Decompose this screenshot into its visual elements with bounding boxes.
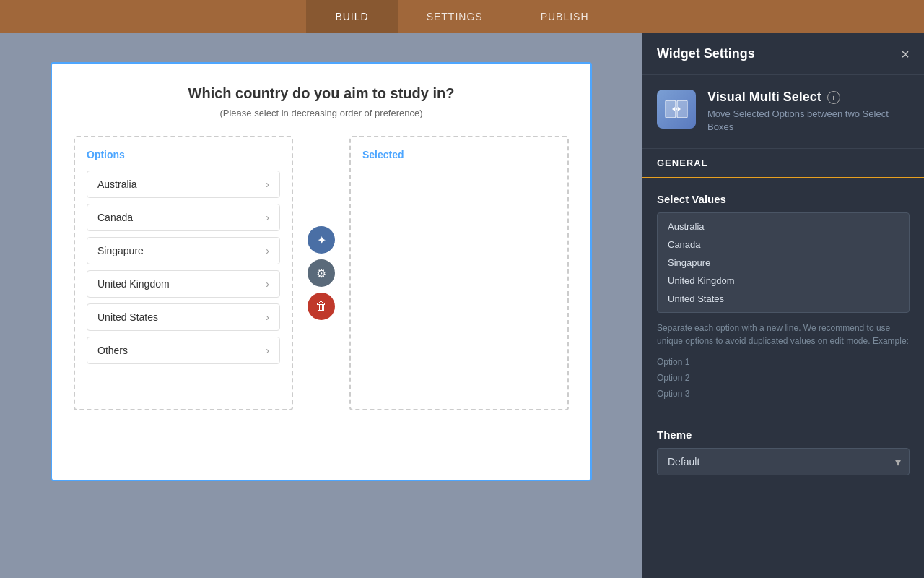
select-option-united-states[interactable]: United States (661, 290, 906, 308)
list-item-label: Others (97, 345, 128, 356)
widget-question-title: Which country do you aim to study in? (74, 85, 569, 102)
panel-content: Select Values Australia Canada Singapure… (642, 178, 924, 578)
panel-tab-bar: GENERAL (642, 149, 924, 178)
widget-icon (657, 90, 696, 129)
nav-tab-settings[interactable]: SETTINGS (398, 0, 512, 33)
settings-action-button[interactable]: ⚙ (308, 259, 335, 287)
magic-action-button[interactable]: ✦ (308, 226, 335, 254)
list-item[interactable]: Canada › (87, 204, 280, 231)
chevron-right-icon: › (266, 345, 269, 356)
panel-title: Widget Settings (657, 46, 755, 61)
list-item-label: Singapure (97, 245, 144, 256)
theme-section-label: Theme (657, 428, 910, 441)
chevron-right-icon: › (266, 278, 269, 290)
main-area: Which country do you aim to study in? (P… (0, 33, 924, 578)
list-item[interactable]: Australia › (87, 171, 280, 198)
right-panel: Widget Settings × Visual Multi Select i (642, 33, 924, 578)
example-option-2: Option 2 (657, 371, 910, 387)
info-icon[interactable]: i (827, 91, 840, 104)
tab-general[interactable]: GENERAL (642, 149, 723, 178)
chevron-right-icon: › (266, 178, 269, 190)
top-navigation: BUILD SETTINGS PUBLISH (0, 0, 924, 33)
theme-select-wrapper: Default (657, 448, 910, 475)
widget-card: Which country do you aim to study in? (P… (51, 62, 592, 481)
select-option-singapure[interactable]: Singapure (661, 254, 906, 272)
panel-header: Widget Settings × (642, 33, 924, 75)
select-option-australia[interactable]: Australia (661, 217, 906, 236)
example-option-3: Option 3 (657, 387, 910, 402)
select-values-box[interactable]: Australia Canada Singapure United Kingdo… (657, 212, 910, 313)
nav-tab-build[interactable]: BUILD (306, 0, 397, 33)
options-box-label: Options (87, 149, 280, 160)
hint-text: Separate each option with a new line. We… (657, 322, 910, 348)
side-actions: ✦ ⚙ 🗑 (305, 136, 338, 410)
canvas-area: Which country do you aim to study in? (P… (0, 33, 642, 578)
list-item[interactable]: United Kingdom › (87, 270, 280, 298)
list-item[interactable]: United States › (87, 303, 280, 331)
chevron-right-icon: › (266, 245, 269, 256)
theme-select[interactable]: Default (657, 448, 910, 475)
list-item-label: Canada (97, 212, 133, 223)
close-panel-button[interactable]: × (901, 47, 910, 61)
widget-svg-icon (663, 96, 689, 122)
widget-name-label: Visual Multi Select (707, 90, 821, 105)
select-option-canada[interactable]: Canada (661, 236, 906, 254)
gear-icon: ⚙ (316, 267, 326, 280)
hint-examples: Option 1 Option 2 Option 3 (657, 355, 910, 402)
widget-meta-title-row: Visual Multi Select i (707, 90, 910, 105)
list-item-label: United Kingdom (97, 278, 170, 290)
example-option-1: Option 1 (657, 355, 910, 371)
delete-action-button[interactable]: 🗑 (308, 293, 335, 320)
selected-box: Selected (349, 136, 569, 410)
nav-tab-publish[interactable]: PUBLISH (512, 0, 618, 33)
chevron-right-icon: › (266, 311, 269, 323)
list-item[interactable]: Others › (87, 337, 280, 364)
chevron-right-icon: › (266, 212, 269, 223)
widget-info-row: Visual Multi Select i Move Selected Opti… (642, 75, 924, 149)
list-item[interactable]: Singapure › (87, 237, 280, 264)
select-values-label: Select Values (657, 193, 910, 205)
widget-meta: Visual Multi Select i Move Selected Opti… (707, 90, 910, 134)
selected-box-label: Selected (362, 149, 556, 160)
list-item-label: Australia (97, 178, 136, 190)
widget-description: Move Selected Options between two Select… (707, 108, 910, 134)
magic-icon: ✦ (317, 233, 326, 247)
widget-question-subtitle: (Please select in decreasing order of pr… (74, 108, 569, 118)
list-item-label: United States (97, 311, 158, 323)
section-divider (657, 415, 910, 415)
trash-icon: 🗑 (315, 300, 327, 313)
options-box: Options Australia › Canada › Singapure › (74, 136, 293, 410)
select-option-united-kingdom[interactable]: United Kingdom (661, 272, 906, 290)
dual-list-container: Options Australia › Canada › Singapure › (74, 136, 569, 410)
